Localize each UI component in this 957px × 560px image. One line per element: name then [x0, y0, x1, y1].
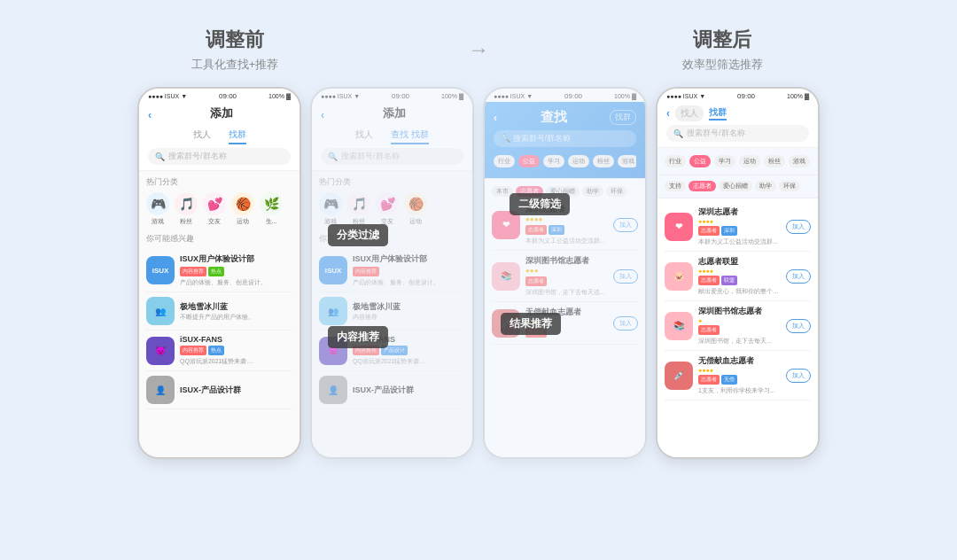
list-item: 📚 深圳图书馆志愿者 ● 志愿者 深圳图书馆，走下去每天... 加入 — [665, 301, 811, 351]
before-sub: 工具化查找+推荐 — [191, 57, 279, 73]
phone4-status: ●●●● ISUX ▼ 09:00 100% ▓ — [657, 89, 818, 102]
phone4: ●●●● ISUX ▼ 09:00 100% ▓ ‹ 找人 找群 🔍 搜索群号/… — [656, 87, 820, 459]
phone4-body: ❤ 深圳志愿者 ●●●● 志愿者 深圳 本群为义工公益活动交流群... 加入 🐷 — [657, 198, 818, 457]
phone2-body: 热门分类 🎮 游戏 🎵 粉丝 💕 交友 🏀 — [312, 171, 472, 457]
phone4-wrapper: ●●●● ISUX ▼ 09:00 100% ▓ ‹ 找人 找群 🔍 搜索群号/… — [656, 87, 820, 459]
before-group: 调整前 工具化查找+推荐 — [35, 27, 434, 73]
phone4-filter-row: 行业 公益 学习 运动 粉丝 游戏 — [657, 148, 818, 175]
phone3-wrapper: ●●●● ISUX ▼ 09:00 100% ▓ ‹ 查找 找群 🔍 搜索群号/… — [483, 87, 647, 459]
phone2-header: ‹ 添加 找人 查找 找群 🔍 搜索群号/群名称 — [312, 102, 472, 171]
after-title: 调整后 — [693, 27, 751, 53]
phones-comparison: ●●●● ISUX ▼ 09:00 100% ▓ ‹ 添加 找人 找群 🔍 搜索… — [35, 87, 922, 459]
after-sub: 效率型筛选推荐 — [682, 57, 763, 73]
phone4-search[interactable]: 🔍 搜索群号/群名称 — [666, 125, 809, 142]
phone2-tabs: 找人 查找 找群 — [321, 128, 463, 144]
phone1-search[interactable]: 🔍 搜索群号/群名称 — [148, 148, 291, 165]
phone3: ●●●● ISUX ▼ 09:00 100% ▓ ‹ 查找 找群 🔍 搜索群号/… — [483, 87, 647, 459]
list-item: ISUX ISUX用户体验设计部 内容推荐 热点 产品的体验、服务、创意设计。 — [146, 249, 292, 292]
list-item: 🐷 志愿者联盟 ●●●● 志愿者 联盟 献出爱意心，我和你的整个生命... 加入 — [665, 252, 811, 301]
phone3-status: ●●●● ISUX ▼ 09:00 100% ▓ — [485, 89, 645, 102]
phone1-categories: 🎮 游戏 🎵 粉丝 💕 交友 🏀 运动 — [146, 192, 292, 226]
phone2-title: 添加 — [324, 105, 463, 121]
arrow-icon: → — [468, 37, 489, 62]
list-item: 👥 极地雪冰川蓝 不断提升产品的用户体验。 — [146, 292, 292, 331]
list-item: ❤ 深圳志愿者 ●●●● 志愿者 深圳 本群为义工公益活动交流群... 加入 — [665, 202, 811, 252]
phone2-status: ●●●● ISUX ▼ 09:00 100% ▓ — [312, 89, 472, 102]
phone3-title: 查找 — [497, 109, 610, 126]
list-item: 💉 无偿献血志愿者 ●●●● 志愿者 无偿 1支友，利用你学校来学习... 加入 — [665, 351, 811, 401]
list-item: 😈 iSUX-FANS 内容推荐 热点 QQ游玩派2021猛势来袭… — [146, 331, 292, 371]
list-item: 📚 深圳图书馆志愿者 ●●● 志愿者 深圳图书馆，走下去每天选... 加入 — [492, 251, 638, 302]
list-item: 👤 ISUX-产品设计群 — [146, 371, 292, 409]
phone1-title: 添加 — [152, 105, 291, 121]
phone4-second-filter: 支持 志愿者 爱心捐赠 助学 环保 — [657, 175, 818, 198]
annotation-content-recommend: 内容推荐 — [328, 326, 388, 348]
phone2-wrapper: ●●●● ISUX ▼ 09:00 100% ▓ ‹ 添加 找人 查找 找群 🔍… — [310, 87, 474, 459]
phone2-categories: 🎮 游戏 🎵 粉丝 💕 交友 🏀 运动 — [319, 192, 465, 226]
phone3-filter: 行业 公益 学习 运动 粉丝 游戏 — [494, 152, 636, 171]
comparison-header: 调整前 工具化查找+推荐 → 调整后 效率型筛选推荐 — [35, 27, 922, 73]
phone4-header: ‹ 找人 找群 🔍 搜索群号/群名称 — [657, 102, 818, 148]
annotation-second-filter: 二级筛选 — [510, 193, 570, 215]
phone2: ●●●● ISUX ▼ 09:00 100% ▓ ‹ 添加 找人 查找 找群 🔍… — [310, 87, 474, 459]
list-item: 👥 极地雪冰川蓝 内容推荐 — [319, 292, 465, 331]
annotation-result-recommend: 结果推荐 — [501, 313, 561, 335]
annotation-category-filter: 分类过滤 — [328, 224, 388, 246]
phone1-body: 热门分类 🎮 游戏 🎵 粉丝 💕 交友 🏀 — [139, 171, 300, 457]
phone1-wrapper: ●●●● ISUX ▼ 09:00 100% ▓ ‹ 添加 找人 找群 🔍 搜索… — [137, 87, 301, 459]
phone2-search: 🔍 搜索群号/群名称 — [321, 148, 463, 165]
phone1-header: ‹ 添加 找人 找群 🔍 搜索群号/群名称 — [139, 102, 300, 171]
phone1-status: ●●●● ISUX ▼ 09:00 100% ▓ — [139, 89, 300, 102]
before-title: 调整前 — [206, 27, 264, 53]
list-item: 👤 ISUX-产品设计群 — [319, 371, 465, 409]
after-group: 调整后 效率型筛选推荐 — [523, 27, 922, 73]
phone3-header: ‹ 查找 找群 🔍 搜索群号/群名称 行业 公益 学习 运动 粉丝 游戏 — [485, 102, 645, 179]
list-item: ISUX ISUX用户体验设计部 内容推荐 产品的体验、服务、创意设计。 — [319, 249, 465, 292]
phone1-tabs: 找人 找群 — [148, 128, 291, 144]
phone1: ●●●● ISUX ▼ 09:00 100% ▓ ‹ 添加 找人 找群 🔍 搜索… — [137, 87, 301, 459]
